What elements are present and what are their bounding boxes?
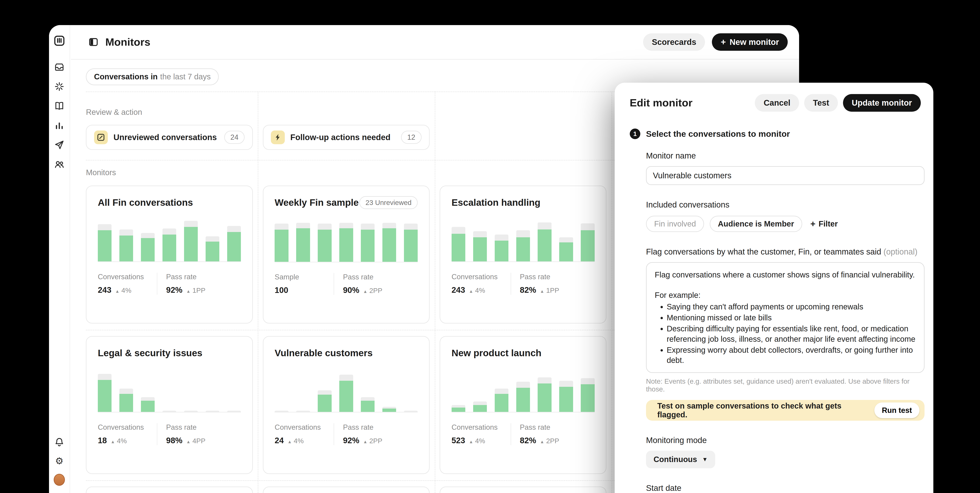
triangle-up-icon: ▲: [363, 289, 367, 294]
flag-description-textarea[interactable]: Flag conversations where a customer show…: [646, 262, 924, 373]
triangle-up-icon: ▲: [288, 439, 292, 444]
monitor-stat: Pass rate90%▲2PP: [334, 273, 382, 295]
update-monitor-button[interactable]: Update monitor: [843, 94, 921, 112]
monitor-title: Vulnerable customers: [275, 348, 372, 358]
monitor-card[interactable]: Vulnerable customers Conversations24▲4%P…: [263, 336, 430, 474]
plus-icon: +: [810, 219, 815, 228]
app-logo[interactable]: [54, 35, 65, 46]
chart-bar: [452, 218, 465, 261]
monitor-stats: Conversations523▲4%Pass rate82%▲2PP: [452, 423, 595, 445]
chip-fin-involved[interactable]: Fin involved: [646, 216, 704, 232]
review-action-row: Unreviewed conversations 24 Follow-up ac…: [86, 125, 430, 150]
monitor-stat: Pass rate98%▲4PP: [157, 423, 205, 445]
monitor-name-label: Monitor name: [646, 151, 924, 161]
monitor-card[interactable]: [440, 487, 606, 493]
start-date-label: Start date: [646, 483, 924, 493]
sidebar: ⚙: [49, 25, 70, 493]
count-badge: 12: [401, 131, 422, 144]
scorecards-button[interactable]: Scorecards: [643, 33, 705, 51]
monitor-card-header: Escalation handling: [452, 196, 595, 209]
step-header: 1 Select the conversations to monitor: [630, 129, 921, 139]
chart-bar: [141, 218, 154, 261]
triangle-up-icon: ▲: [363, 439, 367, 444]
monitor-title: All Fin conversations: [98, 197, 193, 208]
flag-bullet: Saying they can't afford payments or upc…: [667, 302, 916, 312]
flag-example-label: For example:: [655, 290, 916, 301]
section-label-review-action: Review & action: [86, 108, 142, 116]
monitor-card[interactable]: [86, 487, 253, 493]
monitor-chart: [98, 369, 241, 412]
monitor-card[interactable]: [263, 487, 430, 493]
inbox-icon[interactable]: [54, 62, 65, 73]
monitor-stat: Sample100: [275, 273, 334, 295]
outbound-plane-icon[interactable]: [54, 139, 65, 151]
monitor-stats: Sample100Pass rate90%▲2PP: [275, 273, 418, 295]
triangle-up-icon: ▲: [540, 289, 544, 294]
reports-chart-icon[interactable]: [54, 120, 65, 131]
chart-bar: [581, 218, 595, 261]
unreviewed-badge: 23 Unreviewed: [359, 196, 418, 209]
user-avatar[interactable]: [54, 474, 65, 485]
chart-bar: [318, 369, 331, 412]
plus-icon: +: [721, 38, 726, 46]
add-filter-button[interactable]: + Filter: [808, 219, 840, 228]
chip-audience-member[interactable]: Audience is Member: [710, 216, 802, 232]
included-filter-chips: Fin involved Audience is Member + Filter: [646, 216, 924, 232]
monitor-card-header: All Fin conversations: [98, 196, 241, 209]
review-card-followup[interactable]: Follow-up actions needed 12: [263, 125, 430, 150]
chart-bar: [473, 369, 487, 412]
monitor-stats: Conversations243▲4%Pass rate82%▲1PP: [452, 273, 595, 295]
chart-bar: [275, 369, 288, 412]
date-range-filter-chip[interactable]: Conversations in the last 7 days: [86, 68, 219, 85]
monitor-card[interactable]: All Fin conversations Conversations243▲4…: [86, 186, 253, 323]
monitor-title: Weekly Fin sample: [275, 197, 359, 208]
new-monitor-button[interactable]: + New monitor: [712, 33, 788, 51]
chart-bar: [296, 369, 310, 412]
cancel-button[interactable]: Cancel: [755, 94, 799, 112]
triangle-up-icon: ▲: [469, 289, 473, 294]
step-number-badge: 1: [630, 129, 640, 139]
monitor-stats: Conversations243▲4%Pass rate92%▲1PP: [98, 273, 241, 295]
contacts-people-icon[interactable]: [54, 159, 65, 170]
step-title: Select the conversations to monitor: [646, 129, 790, 139]
monitor-card[interactable]: New product launch Conversations523▲4%Pa…: [440, 336, 606, 474]
monitor-stat: Conversations24▲4%: [275, 423, 334, 445]
chart-bar: [141, 369, 154, 412]
chart-bar: [404, 218, 418, 262]
monitor-card[interactable]: Weekly Fin sample 23 Unreviewed Sample10…: [263, 186, 430, 323]
fin-spark-icon[interactable]: [54, 81, 65, 92]
triangle-up-icon: ▲: [111, 439, 115, 444]
note-pencil-icon: [94, 130, 108, 144]
monitor-stat: Conversations18▲4%: [98, 423, 157, 445]
monitor-card[interactable]: Escalation handling Conversations243▲4%P…: [440, 186, 606, 323]
chart-bar: [516, 369, 530, 412]
monitor-chart: [452, 218, 595, 262]
included-conversations-label: Included conversations: [646, 200, 924, 210]
monitoring-mode-dropdown[interactable]: Continuous ▼: [646, 451, 715, 468]
chart-bar: [162, 218, 176, 261]
monitor-card-header: Legal & security issues: [98, 347, 241, 359]
settings-gear-icon[interactable]: ⚙: [54, 455, 65, 467]
monitor-grid: All Fin conversations Conversations243▲4…: [86, 186, 606, 493]
monitor-chart: [452, 369, 595, 412]
test-banner: Test on sample conversations to check wh…: [646, 400, 924, 421]
chart-bar: [318, 218, 331, 262]
review-card-unreviewed[interactable]: Unreviewed conversations 24: [86, 125, 253, 150]
monitor-name-input[interactable]: [646, 166, 924, 185]
edit-monitor-panel: Edit monitor Cancel Test Update monitor …: [615, 83, 933, 493]
chart-bar: [119, 369, 133, 412]
monitor-stats: Conversations24▲4%Pass rate92%▲2PP: [275, 423, 418, 445]
monitors-icon: [88, 37, 99, 47]
knowledge-book-icon[interactable]: [54, 100, 65, 112]
test-button[interactable]: Test: [804, 94, 838, 112]
monitor-card-header: New product launch: [452, 347, 595, 359]
panel-title: Edit monitor: [630, 97, 692, 109]
monitor-title: Legal & security issues: [98, 348, 202, 358]
notifications-bell-icon[interactable]: [54, 437, 65, 448]
monitor-stat: Pass rate82%▲2PP: [511, 423, 559, 445]
monitor-card[interactable]: Legal & security issues Conversations18▲…: [86, 336, 253, 474]
run-test-button[interactable]: Run test: [874, 402, 920, 418]
chart-bar: [339, 218, 353, 262]
chart-bar: [205, 369, 220, 412]
chart-bar: [473, 218, 487, 261]
